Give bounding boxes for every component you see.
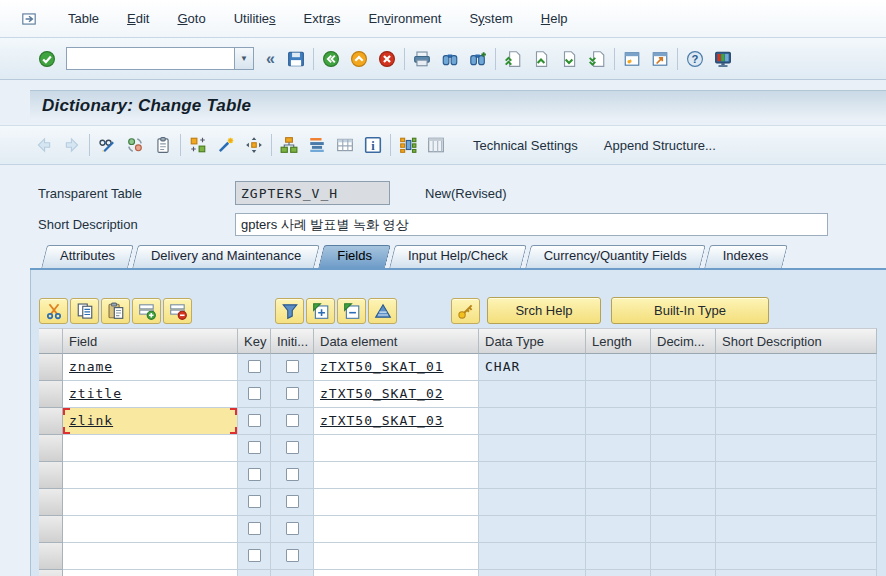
- initial-checkbox[interactable]: [286, 468, 299, 481]
- key-checkbox[interactable]: [248, 360, 261, 373]
- expand-selection-button[interactable]: [306, 298, 335, 324]
- objects-transfer-icon[interactable]: [187, 134, 209, 156]
- column-header-length[interactable]: Length: [586, 328, 651, 354]
- key-checkbox[interactable]: [248, 468, 261, 481]
- data-element-cell[interactable]: [314, 516, 479, 543]
- column-header-short-description[interactable]: Short Description: [716, 328, 877, 354]
- nav-forward-icon[interactable]: [61, 134, 83, 156]
- initial-checkbox[interactable]: [286, 360, 299, 373]
- display-change-icon[interactable]: [96, 134, 118, 156]
- command-dropdown-button[interactable]: ▼: [234, 47, 254, 70]
- row-selector-button[interactable]: [39, 354, 63, 381]
- hierarchy-icon[interactable]: [278, 134, 300, 156]
- table-contents-icon[interactable]: [334, 134, 356, 156]
- paste-rows-button[interactable]: [101, 298, 130, 324]
- insert-row-button[interactable]: [132, 298, 161, 324]
- create-shortcut-icon[interactable]: [649, 48, 671, 70]
- tab-input-help-check[interactable]: Input Help/Check: [392, 245, 524, 268]
- row-selector-button[interactable]: [39, 489, 63, 516]
- find-next-icon[interactable]: [467, 48, 489, 70]
- help-icon[interactable]: ?: [684, 48, 706, 70]
- save-icon[interactable]: [285, 48, 307, 70]
- menu-item-goto[interactable]: Goto: [163, 7, 219, 30]
- menu-item-help[interactable]: Help: [527, 7, 582, 30]
- key-checkbox[interactable]: [248, 441, 261, 454]
- first-page-icon[interactable]: [502, 48, 524, 70]
- activate-icon[interactable]: [215, 134, 237, 156]
- data-element-cell[interactable]: [314, 489, 479, 516]
- info-icon[interactable]: i: [362, 134, 384, 156]
- tab-delivery-and-maintenance[interactable]: Delivery and Maintenance: [135, 245, 317, 268]
- key-checkbox[interactable]: [248, 549, 261, 562]
- column-header-data-element[interactable]: Data element: [314, 328, 479, 354]
- move-field-icon[interactable]: [243, 134, 265, 156]
- print-icon[interactable]: [411, 48, 433, 70]
- srch-help-key-button[interactable]: [451, 298, 480, 324]
- data-element-cell[interactable]: [314, 462, 479, 489]
- key-checkbox[interactable]: [248, 414, 261, 427]
- row-selector-button[interactable]: [39, 570, 63, 576]
- field-cell[interactable]: [63, 489, 238, 516]
- initial-checkbox[interactable]: [286, 387, 299, 400]
- exit-icon[interactable]: [348, 48, 370, 70]
- last-page-icon[interactable]: [586, 48, 608, 70]
- field-cell[interactable]: [63, 516, 238, 543]
- field-cell[interactable]: [63, 570, 238, 576]
- column-header-field[interactable]: Field: [63, 328, 238, 354]
- menu-item-utilities[interactable]: Utilities: [220, 7, 290, 30]
- field-cell[interactable]: [63, 435, 238, 462]
- customize-layout-icon[interactable]: [712, 48, 734, 70]
- menu-item-extras[interactable]: Extras: [290, 7, 355, 30]
- table-name-field[interactable]: [235, 181, 390, 205]
- tab-currency-quantity-fields[interactable]: Currency/Quantity Fields: [528, 245, 703, 268]
- initial-checkbox[interactable]: [286, 549, 299, 562]
- srch-help-button[interactable]: Srch Help: [487, 297, 601, 324]
- field-cell[interactable]: ztitle: [63, 381, 238, 408]
- row-selector-button[interactable]: [39, 435, 63, 462]
- page-down-icon[interactable]: [558, 48, 580, 70]
- data-element-cell[interactable]: zTXT50_SKAT_01: [314, 354, 479, 381]
- collapse-selection-button[interactable]: [337, 298, 366, 324]
- tab-indexes[interactable]: Indexes: [707, 245, 785, 268]
- sort-icon[interactable]: [306, 134, 328, 156]
- column-header-initi-[interactable]: Initi...: [271, 328, 314, 354]
- new-session-icon[interactable]: [621, 48, 643, 70]
- page-up-icon[interactable]: [530, 48, 552, 70]
- cancel-icon[interactable]: [376, 48, 398, 70]
- row-selector-button[interactable]: [39, 543, 63, 570]
- sort-pyramid-button[interactable]: [368, 298, 397, 324]
- field-cell[interactable]: zlink: [63, 408, 238, 435]
- data-element-cell[interactable]: [314, 435, 479, 462]
- row-selector-button[interactable]: [39, 462, 63, 489]
- data-element-cell[interactable]: zTXT50_SKAT_02: [314, 381, 479, 408]
- short-description-field[interactable]: [235, 213, 828, 236]
- collapse-toolbar-icon[interactable]: «: [266, 50, 275, 68]
- menu-item-edit[interactable]: Edit: [113, 7, 163, 30]
- initial-checkbox[interactable]: [286, 414, 299, 427]
- column-header-key[interactable]: Key: [238, 328, 271, 354]
- copy-rows-button[interactable]: [70, 298, 99, 324]
- column-header-decim-[interactable]: Decim...: [651, 328, 716, 354]
- copy-object-icon[interactable]: [152, 134, 174, 156]
- menu-item-environment[interactable]: Environment: [354, 7, 455, 30]
- back-icon[interactable]: [320, 48, 342, 70]
- initial-checkbox[interactable]: [286, 522, 299, 535]
- nav-back-icon[interactable]: [33, 134, 55, 156]
- tab-fields[interactable]: Fields: [321, 245, 388, 268]
- fields-overview-icon[interactable]: [397, 134, 419, 156]
- key-checkbox[interactable]: [248, 495, 261, 508]
- runtime-object-icon[interactable]: [425, 134, 447, 156]
- key-checkbox[interactable]: [248, 387, 261, 400]
- command-field-input[interactable]: [66, 47, 234, 70]
- field-cell[interactable]: [63, 462, 238, 489]
- row-selector-button[interactable]: [39, 408, 63, 435]
- cut-button[interactable]: [39, 298, 68, 324]
- initial-checkbox[interactable]: [286, 495, 299, 508]
- menu-item-system[interactable]: System: [455, 7, 526, 30]
- append-structure-button[interactable]: Append Structure...: [604, 138, 716, 153]
- column-header-data-type[interactable]: Data Type: [479, 328, 586, 354]
- data-element-cell[interactable]: [314, 570, 479, 576]
- filter-button[interactable]: [275, 298, 304, 324]
- system-menu-icon[interactable]: [18, 8, 40, 30]
- data-element-cell[interactable]: [314, 543, 479, 570]
